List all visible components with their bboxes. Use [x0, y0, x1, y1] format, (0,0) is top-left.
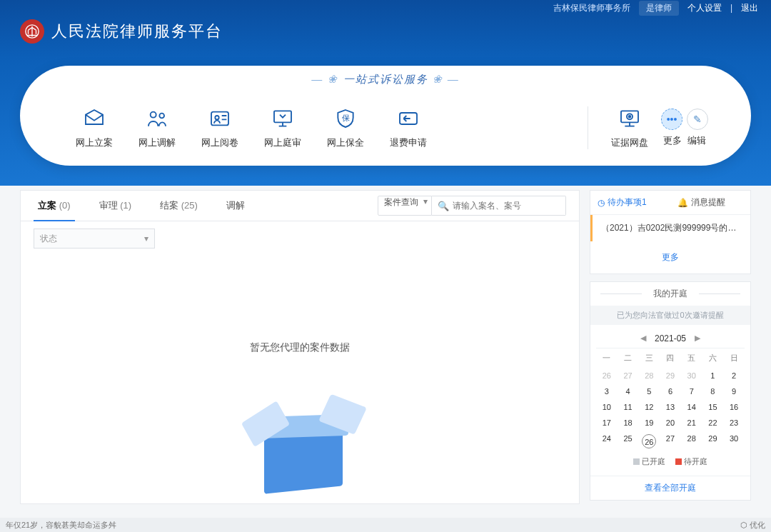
- calendar: ◀ 2021-05 ▶ 一二三四五六日262728293012345678910…: [590, 325, 750, 476]
- calendar-day[interactable]: 21: [681, 415, 702, 431]
- tab-trial[interactable]: 审理 (1): [95, 191, 136, 221]
- search-box: 🔍: [432, 196, 566, 216]
- calendar-day[interactable]: 30: [723, 431, 745, 452]
- service-panel: 一站式诉讼服务 网上立案 网上调解 网上阅卷 网上庭审 保 网上保全: [20, 66, 751, 166]
- calendar-day[interactable]: 26: [596, 368, 618, 383]
- calendar-day[interactable]: 9: [723, 383, 745, 399]
- disk-icon: [618, 106, 642, 131]
- calendar-day[interactable]: 15: [702, 399, 724, 415]
- search-input[interactable]: [453, 201, 560, 211]
- svg-point-4: [215, 116, 218, 119]
- calendar-day[interactable]: 8: [702, 383, 724, 399]
- svc-more-edit: ••• ✎ 更多 编辑: [661, 109, 708, 147]
- calendar-day[interactable]: 17: [596, 415, 618, 431]
- calendar-day[interactable]: 27: [618, 368, 639, 383]
- svc-file-case[interactable]: 网上立案: [63, 106, 126, 149]
- calendar-day[interactable]: 1: [702, 368, 724, 383]
- calendar-day[interactable]: 12: [638, 399, 660, 415]
- calendar-day[interactable]: 25: [618, 431, 639, 452]
- search-icon: 🔍: [438, 201, 449, 211]
- logo-wrap: 人民法院律师服务平台: [20, 19, 223, 44]
- filter-row: 状态▾: [21, 221, 579, 256]
- logout-link[interactable]: 退出: [741, 2, 758, 14]
- todo-tabs: ◷待办事项1 🔔消息提醒: [590, 191, 750, 215]
- svc-review[interactable]: 网上阅卷: [188, 106, 251, 149]
- todo-card: ◷待办事项1 🔔消息提醒 （2021）吉0202民测999999号的开... 更…: [590, 190, 751, 274]
- view-all-hearings[interactable]: 查看全部开庭: [590, 476, 750, 500]
- cal-prev[interactable]: ◀: [640, 333, 646, 343]
- svc-mediation[interactable]: 网上调解: [126, 106, 188, 149]
- court-reminder-band: 已为您向法官做过0次邀请提醒: [590, 306, 750, 325]
- org-name: 吉林保民律师事务所: [553, 2, 630, 14]
- todo-more[interactable]: 更多: [590, 241, 750, 273]
- calendar-day[interactable]: 20: [660, 415, 681, 431]
- more-icon[interactable]: •••: [661, 109, 682, 130]
- cal-next[interactable]: ▶: [695, 333, 700, 343]
- calendar-day[interactable]: 7: [681, 383, 702, 399]
- calendar-day[interactable]: 16: [723, 399, 745, 415]
- footer-opt[interactable]: ⬡ 优化: [740, 520, 765, 531]
- calendar-grid: 一二三四五六日262728293012345678910111213141516…: [596, 348, 745, 452]
- calendar-day[interactable]: 4: [618, 383, 639, 399]
- calendar-day[interactable]: 19: [638, 415, 660, 431]
- tab-closed[interactable]: 结案 (25): [156, 191, 202, 221]
- calendar-day[interactable]: 5: [638, 383, 660, 399]
- cal-month: 2021-05: [655, 333, 686, 343]
- status-select[interactable]: 状态▾: [34, 229, 155, 249]
- calendar-day[interactable]: 13: [660, 399, 681, 415]
- svc-refund[interactable]: 退费申请: [377, 106, 440, 149]
- case-tabs: 立案 (0) 审理 (1) 结案 (25) 调解 案件查询 🔍: [21, 191, 579, 221]
- calendar-day[interactable]: 29: [660, 368, 681, 383]
- role-badge: 是律师: [639, 1, 679, 16]
- weekday-header: 日: [723, 348, 745, 368]
- svc-preserve[interactable]: 保 网上保全: [314, 106, 377, 149]
- tab-filing[interactable]: 立案 (0): [34, 191, 75, 221]
- weekday-header: 一: [596, 348, 618, 368]
- court-card: 我的开庭 已为您向法官做过0次邀请提醒 ◀ 2021-05 ▶ 一二三四五六日2…: [590, 281, 751, 501]
- calendar-day[interactable]: 3: [596, 383, 618, 399]
- calendar-day[interactable]: 11: [618, 399, 639, 415]
- calendar-day[interactable]: 26: [638, 431, 660, 452]
- tab-mediate[interactable]: 调解: [222, 191, 249, 221]
- service-row: 网上立案 网上调解 网上阅卷 网上庭审 保 网上保全 退费申请: [20, 86, 751, 166]
- empty-illustration: [228, 397, 371, 490]
- edit-label[interactable]: 编辑: [687, 134, 706, 147]
- search-wrap: 案件查询 🔍: [378, 196, 566, 216]
- top-strip: 吉林保民律师事务所 是律师 个人设置 | 退出: [553, 0, 771, 16]
- tab-messages[interactable]: 🔔消息提醒: [670, 191, 750, 214]
- calendar-day[interactable]: 28: [681, 431, 702, 452]
- calendar-day[interactable]: 29: [702, 431, 724, 452]
- calendar-day[interactable]: 6: [660, 383, 681, 399]
- calendar-header: ◀ 2021-05 ▶: [596, 329, 745, 348]
- calendar-day[interactable]: 23: [723, 415, 745, 431]
- calendar-day[interactable]: 2: [723, 368, 745, 383]
- calendar-day[interactable]: 14: [681, 399, 702, 415]
- calendar-day[interactable]: 10: [596, 399, 618, 415]
- tab-todo[interactable]: ◷待办事项1: [590, 191, 670, 214]
- weekday-header: 六: [702, 348, 724, 368]
- calendar-day[interactable]: 18: [618, 415, 639, 431]
- svg-rect-5: [274, 111, 291, 122]
- search-mode-select[interactable]: 案件查询: [378, 196, 432, 216]
- header: 吉林保民律师事务所 是律师 个人设置 | 退出 人民法院律师服务平台: [0, 0, 771, 57]
- calendar-day[interactable]: 30: [681, 368, 702, 383]
- svg-point-2: [159, 113, 164, 118]
- chevron-down-icon: ▾: [144, 234, 148, 244]
- panel-tagline: 一站式诉讼服务: [20, 66, 751, 86]
- weekday-header: 三: [638, 348, 660, 368]
- calendar-day[interactable]: 24: [596, 431, 618, 452]
- svc-trial[interactable]: 网上庭审: [251, 106, 314, 149]
- side-column: ◷待办事项1 🔔消息提醒 （2021）吉0202民测999999号的开... 更…: [590, 190, 751, 504]
- content: 立案 (0) 审理 (1) 结案 (25) 调解 案件查询 🔍 状态▾ 暂无您代…: [0, 180, 771, 504]
- weekday-header: 二: [618, 348, 639, 368]
- calendar-day[interactable]: 27: [660, 431, 681, 452]
- todo-item[interactable]: （2021）吉0202民测999999号的开...: [590, 215, 750, 241]
- calendar-day[interactable]: 22: [702, 415, 724, 431]
- edit-icon[interactable]: ✎: [687, 109, 708, 130]
- hero-bg: 一站式诉讼服务 网上立案 网上调解 网上阅卷 网上庭审 保 网上保全: [0, 57, 771, 186]
- envelope-icon: [82, 106, 106, 131]
- calendar-day[interactable]: 28: [638, 368, 660, 383]
- more-label[interactable]: 更多: [663, 134, 682, 147]
- settings-link[interactable]: 个人设置: [687, 2, 722, 14]
- svc-evidence-disk[interactable]: 证据网盘: [598, 106, 661, 149]
